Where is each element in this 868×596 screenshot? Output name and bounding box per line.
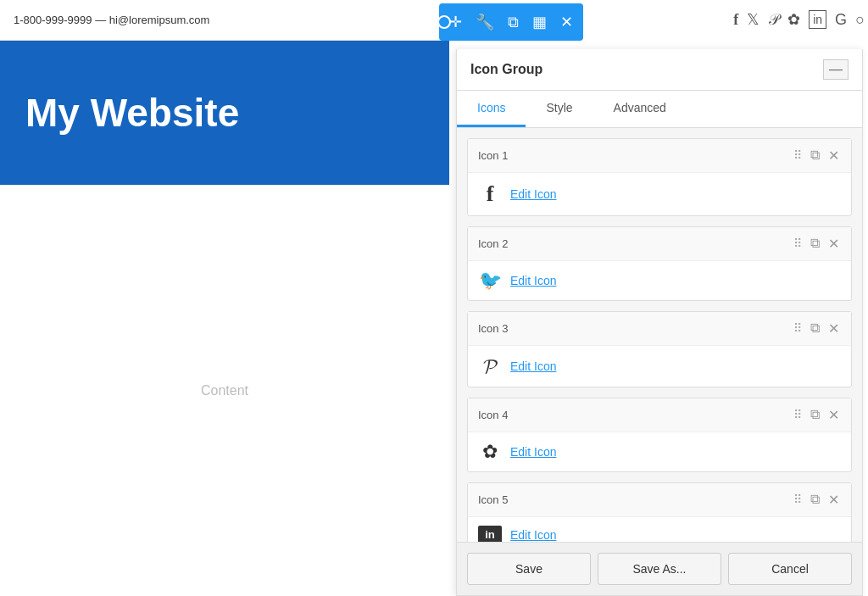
icon-item-5-actions: ⧉ ✕	[792, 490, 841, 510]
icon-item-5-delete-icon[interactable]: ✕	[826, 490, 841, 510]
save-as-button[interactable]: Save As...	[598, 553, 721, 585]
icon-item-5-copy-icon[interactable]: ⧉	[809, 490, 821, 510]
icon-item-5-drag-icon[interactable]	[792, 490, 804, 510]
pinterest-icon: 𝓟	[478, 354, 502, 378]
icon-item-4-actions: ⧉ ✕	[792, 405, 841, 425]
social-icons-row: f 𝕏 𝒫 ✿ in G ○	[733, 10, 865, 29]
icon-item-1-header: Icon 1 ⧉ ✕	[468, 139, 851, 173]
panel-footer: Save Save As... Cancel	[457, 542, 862, 595]
icon-item-4-copy-icon[interactable]: ⧉	[809, 405, 821, 425]
selection-dot	[437, 15, 451, 29]
contact-info: 1-800-999-9999 — hi@loremipsum.com	[14, 14, 209, 26]
icon-item-3: Icon 3 ⧉ ✕ 𝓟 Edit Icon	[467, 311, 852, 387]
yelp-social-icon[interactable]: ✿	[787, 10, 800, 29]
google-social-icon[interactable]: G	[835, 11, 847, 29]
columns-tool-icon[interactable]: ▦	[529, 9, 550, 35]
cancel-button[interactable]: Cancel	[728, 553, 852, 585]
icon-item-3-delete-icon[interactable]: ✕	[826, 319, 841, 338]
icon-item-5-header: Icon 5 ⧉ ✕	[468, 483, 851, 517]
facebook-social-icon[interactable]: f	[733, 11, 738, 29]
icon-item-1-actions: ⧉ ✕	[792, 146, 841, 165]
content-placeholder: Content	[201, 383, 248, 398]
icon-item-5-body: in Edit Icon	[468, 517, 851, 542]
icon-item-2-delete-icon[interactable]: ✕	[826, 234, 841, 253]
panel-minimize-button[interactable]: —	[823, 59, 849, 80]
icon-item-5-edit-link[interactable]: Edit Icon	[510, 528, 556, 542]
icon-item-4-edit-link[interactable]: Edit Icon	[510, 445, 556, 459]
icon-item-4-drag-icon[interactable]	[792, 405, 804, 425]
icon-item-1: Icon 1 ⧉ ✕ f Edit Icon	[467, 138, 852, 216]
icon-item-2-header: Icon 2 ⧉ ✕	[468, 227, 851, 261]
tab-icons[interactable]: Icons	[457, 91, 526, 127]
linkedin-social-icon[interactable]: in	[809, 10, 826, 29]
yelp-icon: ✿	[478, 441, 502, 463]
content-area: Content	[0, 185, 449, 596]
icon-item-2-actions: ⧉ ✕	[792, 234, 841, 253]
icon-item-1-delete-icon[interactable]: ✕	[826, 146, 841, 165]
tab-style[interactable]: Style	[526, 91, 593, 127]
icon-item-3-edit-link[interactable]: Edit Icon	[510, 359, 556, 373]
panel-scroll-area[interactable]: Icon 1 ⧉ ✕ f Edit Icon Icon 2 ⧉ ✕	[457, 128, 862, 542]
icon-item-4: Icon 4 ⧉ ✕ ✿ Edit Icon	[467, 398, 852, 472]
site-header: My Website	[0, 41, 449, 185]
copy-tool-icon[interactable]: ⧉	[504, 10, 522, 35]
site-title: My Website	[25, 90, 239, 136]
icon-item-3-label: Icon 3	[478, 322, 508, 335]
icon-item-2-edit-link[interactable]: Edit Icon	[510, 274, 556, 287]
wrench-tool-icon[interactable]: 🔧	[472, 9, 498, 35]
tab-advanced[interactable]: Advanced	[593, 91, 687, 127]
icon-group-panel: Icon Group — Icons Style Advanced Icon 1…	[456, 49, 863, 596]
pinterest-social-icon[interactable]: 𝒫	[768, 11, 779, 29]
icon-item-1-drag-icon[interactable]	[792, 146, 804, 165]
icon-item-5-label: Icon 5	[478, 493, 508, 506]
icon-item-3-drag-icon[interactable]	[792, 319, 804, 338]
icon-item-3-copy-icon[interactable]: ⧉	[809, 319, 821, 338]
icon-item-2-body: 🐦 Edit Icon	[468, 261, 851, 300]
icon-item-1-label: Icon 1	[478, 149, 508, 162]
icon-item-4-delete-icon[interactable]: ✕	[826, 405, 841, 425]
icon-item-1-body: f Edit Icon	[468, 173, 851, 215]
icon-item-4-label: Icon 4	[478, 409, 508, 421]
icon-item-5: Icon 5 ⧉ ✕ in Edit Icon	[467, 482, 852, 542]
facebook-icon: f	[478, 181, 502, 207]
twitter-social-icon[interactable]: 𝕏	[747, 10, 760, 29]
icon-item-1-edit-link[interactable]: Edit Icon	[510, 187, 556, 201]
icon-item-3-actions: ⧉ ✕	[792, 319, 841, 338]
icon-item-2-label: Icon 2	[478, 237, 508, 250]
icon-item-2: Icon 2 ⧉ ✕ 🐦 Edit Icon	[467, 226, 852, 301]
icon-item-2-drag-icon[interactable]	[792, 234, 804, 253]
panel-header: Icon Group —	[457, 49, 862, 91]
save-button[interactable]: Save	[467, 553, 591, 585]
circle-social-icon[interactable]: ○	[855, 11, 865, 29]
twitter-icon: 🐦	[478, 270, 502, 292]
icon-item-3-header: Icon 3 ⧉ ✕	[468, 312, 851, 346]
panel-tabs: Icons Style Advanced	[457, 91, 862, 128]
icon-item-4-body: ✿ Edit Icon	[468, 432, 851, 471]
icon-item-4-header: Icon 4 ⧉ ✕	[468, 398, 851, 432]
icon-item-3-body: 𝓟 Edit Icon	[468, 346, 851, 387]
panel-title: Icon Group	[470, 62, 542, 77]
toolbar-overlay: ✛ 🔧 ⧉ ▦ ✕	[439, 3, 583, 41]
icon-item-2-copy-icon[interactable]: ⧉	[809, 234, 821, 253]
linkedin-icon: in	[478, 526, 502, 542]
top-bar: 1-800-999-9999 — hi@loremipsum.com	[0, 0, 449, 41]
close-tool-icon[interactable]: ✕	[557, 9, 576, 35]
icon-item-1-copy-icon[interactable]: ⧉	[809, 146, 821, 165]
